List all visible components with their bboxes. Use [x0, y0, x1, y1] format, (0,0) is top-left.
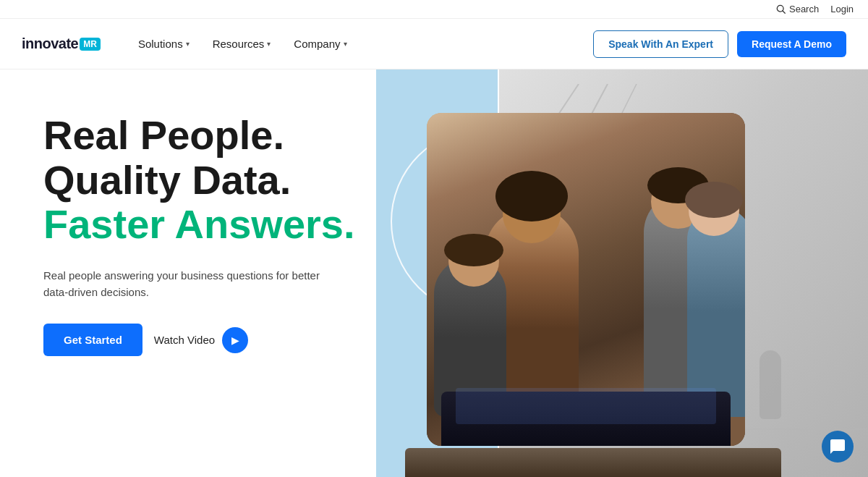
nav-company[interactable]: Company ▾: [285, 32, 355, 56]
hero-content: Real People. Quality Data. Faster Answer…: [43, 113, 355, 356]
hero-section: Real People. Quality Data. Faster Answer…: [0, 69, 868, 477]
hero-title-line3: Faster Answers.: [43, 202, 355, 247]
svg-line-1: [783, 10, 786, 13]
nav-solutions-label: Solutions: [138, 38, 183, 50]
hero-title-line1: Real People.: [43, 113, 355, 158]
speak-expert-button[interactable]: Speak With An Expert: [593, 30, 728, 58]
login-label: Login: [830, 4, 854, 14]
person-left-hair: [444, 234, 503, 266]
desk-element: [405, 448, 781, 477]
chat-icon: [829, 438, 846, 455]
chat-button[interactable]: [822, 431, 854, 463]
nav-actions: Speak With An Expert Request A Demo: [593, 30, 846, 58]
person-center-hair: [495, 171, 568, 221]
person-far-right: [687, 207, 745, 417]
login-link[interactable]: Login: [830, 4, 854, 14]
hero-subtitle: Real people answering your business ques…: [43, 267, 333, 301]
request-demo-button[interactable]: Request A Demo: [737, 31, 846, 57]
nav-resources-label: Resources: [213, 38, 265, 50]
screen-glow: [456, 388, 716, 424]
chevron-down-icon: ▾: [344, 40, 347, 48]
main-nav: innovate MR Solutions ▾ Resources ▾ Comp…: [0, 19, 868, 69]
chevron-down-icon: ▾: [267, 40, 271, 48]
search-icon: [776, 4, 786, 14]
watch-video-label: Watch Video: [154, 334, 215, 346]
search-link[interactable]: Search: [776, 4, 819, 14]
top-bar: Search Login: [0, 0, 868, 19]
person-far-right-hair: [685, 182, 743, 218]
chevron-down-icon: ▾: [186, 40, 190, 48]
nav-resources[interactable]: Resources ▾: [204, 32, 280, 56]
play-icon: ▶: [222, 327, 248, 353]
nav-company-label: Company: [294, 38, 340, 50]
hero-visual: [376, 69, 868, 477]
people-photo-card: [427, 113, 745, 446]
hero-title-line2: Quality Data.: [43, 158, 355, 203]
watch-video-button[interactable]: Watch Video ▶: [154, 327, 248, 353]
get-started-button[interactable]: Get Started: [43, 324, 142, 356]
logo-text: innovate: [22, 35, 78, 52]
logo-badge: MR: [80, 38, 101, 51]
nav-links: Solutions ▾ Resources ▾ Company ▾: [129, 32, 593, 56]
search-label: Search: [789, 4, 819, 14]
bg-person-6: [760, 350, 781, 419]
logo[interactable]: innovate MR: [22, 35, 101, 52]
hero-buttons: Get Started Watch Video ▶: [43, 324, 355, 356]
top-bar-links: Search Login: [776, 4, 854, 14]
nav-solutions[interactable]: Solutions ▾: [129, 32, 198, 56]
